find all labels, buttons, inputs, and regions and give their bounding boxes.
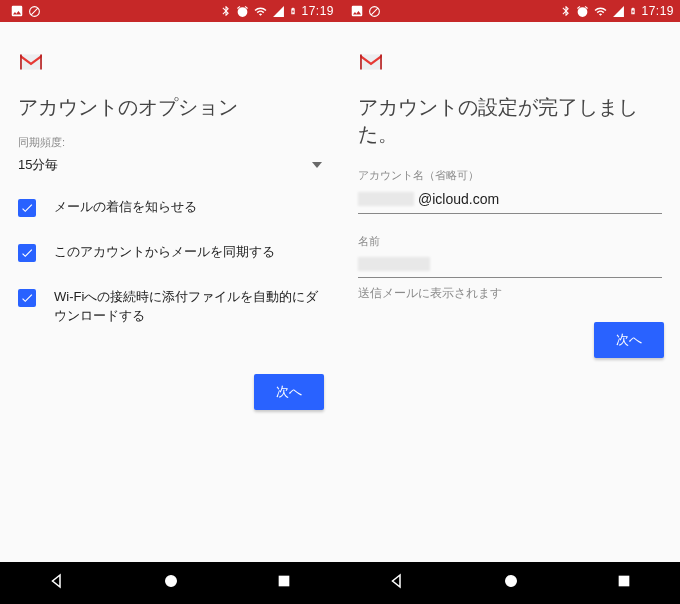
nav-back-icon[interactable] [48, 572, 66, 594]
battery-charging-icon [289, 4, 297, 18]
status-bar: 17:19 [0, 0, 340, 22]
next-button[interactable]: 次へ [254, 374, 324, 410]
option-notify[interactable]: メールの着信を知らせる [18, 198, 322, 217]
phone-right: 17:19 アカウントの設定が完了しました。 アカウント名（省略可） @iclo… [340, 0, 680, 604]
status-bar: 17:19 [340, 0, 680, 22]
checkbox-icon[interactable] [18, 244, 36, 262]
sync-frequency-value: 15分毎 [18, 156, 58, 174]
display-name-label: 名前 [358, 234, 662, 249]
option-label: Wi-Fiへの接続時に添付ファイルを自動的にダウンロードする [54, 288, 322, 326]
nav-back-icon[interactable] [388, 572, 406, 594]
nav-bar [0, 562, 340, 604]
dropdown-triangle-icon [312, 162, 322, 168]
nav-home-icon[interactable] [502, 572, 520, 594]
checkbox-icon[interactable] [18, 199, 36, 217]
gmail-logo-icon [358, 52, 662, 76]
next-button[interactable]: 次へ [594, 322, 664, 358]
display-name-field-block: 名前 送信メールに表示されます [358, 234, 662, 301]
wifi-icon [253, 5, 268, 18]
battery-charging-icon [629, 4, 637, 18]
account-name-field-block: アカウント名（省略可） @icloud.com [358, 168, 662, 214]
picture-icon [10, 4, 24, 18]
page-title: アカウントの設定が完了しました。 [358, 94, 662, 148]
option-label: メールの着信を知らせる [54, 198, 197, 217]
alarm-icon [236, 5, 249, 18]
signal-icon [612, 5, 625, 18]
nav-bar [340, 562, 680, 604]
svg-point-2 [506, 576, 517, 587]
bluetooth-icon [220, 4, 232, 18]
status-clock: 17:19 [301, 4, 334, 18]
phone-left: 17:19 アカウントのオプション 同期頻度: 15分毎 メールの着信を知らせる [0, 0, 340, 604]
svg-point-0 [166, 576, 177, 587]
sync-caption: 同期頻度: [18, 135, 322, 150]
gmail-logo-icon [18, 52, 322, 76]
svg-rect-3 [619, 576, 628, 585]
nav-home-icon[interactable] [162, 572, 180, 594]
page-title: アカウントのオプション [18, 94, 322, 121]
redacted-text [358, 192, 414, 206]
redacted-text [358, 257, 430, 271]
alarm-icon [576, 5, 589, 18]
content-right: アカウントの設定が完了しました。 アカウント名（省略可） @icloud.com… [340, 22, 680, 562]
picture-icon [350, 4, 364, 18]
account-name-input[interactable]: @icloud.com [358, 187, 662, 214]
wifi-icon [593, 5, 608, 18]
account-suffix: @icloud.com [418, 191, 499, 207]
checkbox-icon[interactable] [18, 289, 36, 307]
status-clock: 17:19 [641, 4, 674, 18]
no-sign-icon [28, 5, 41, 18]
bluetooth-icon [560, 4, 572, 18]
content-left: アカウントのオプション 同期頻度: 15分毎 メールの着信を知らせる このアカウ… [0, 22, 340, 562]
account-name-label: アカウント名（省略可） [358, 168, 662, 183]
nav-recent-icon[interactable] [616, 573, 632, 593]
signal-icon [272, 5, 285, 18]
option-label: このアカウントからメールを同期する [54, 243, 275, 262]
option-sync[interactable]: このアカウントからメールを同期する [18, 243, 322, 262]
option-wifi-download[interactable]: Wi-Fiへの接続時に添付ファイルを自動的にダウンロードする [18, 288, 322, 326]
options-list: メールの着信を知らせる このアカウントからメールを同期する Wi-Fiへの接続時… [18, 198, 322, 326]
helper-text: 送信メールに表示されます [358, 286, 662, 301]
sync-frequency-dropdown[interactable]: 15分毎 [18, 156, 322, 174]
display-name-input[interactable] [358, 253, 662, 278]
no-sign-icon [368, 5, 381, 18]
svg-rect-1 [279, 576, 288, 585]
nav-recent-icon[interactable] [276, 573, 292, 593]
